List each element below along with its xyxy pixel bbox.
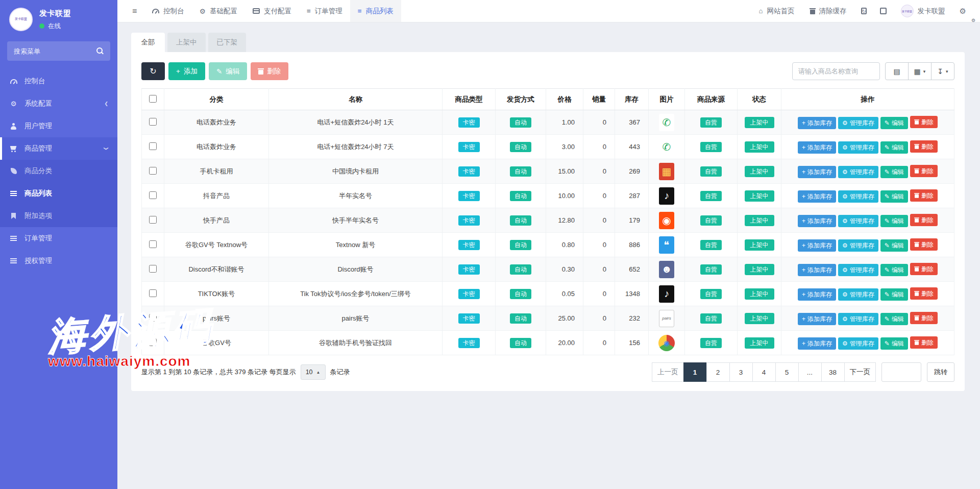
action-delete-button[interactable]: 删除 [910,336,938,349]
topnav-item-base-config[interactable]: ⚙基础配置 [192,0,245,22]
page-button-上一页[interactable]: 上一页 [652,362,684,382]
action-edit-button[interactable]: ✎编辑 [880,141,908,154]
action-add-stock-button[interactable]: +添加库存 [798,239,836,252]
sidebar-subitem[interactable]: 商品分类 [0,160,117,182]
row-checkbox[interactable] [149,167,157,175]
settings-gears-button[interactable]: ⚙ [953,0,973,22]
action-manage-stock-button[interactable]: ⚙管理库存 [838,215,878,227]
refresh-button[interactable]: ↻ [141,62,165,80]
tab-off-shelf[interactable]: 已下架 [208,33,247,52]
action-edit-button[interactable]: ✎编辑 [880,337,908,350]
action-edit-button[interactable]: ✎编辑 [880,166,908,178]
columns-button[interactable]: ▦▾ [908,62,932,80]
delete-button[interactable]: 删除 [251,62,288,80]
action-delete-button[interactable]: 删除 [910,287,938,300]
topnav-item-console[interactable]: 控制台 [144,0,192,22]
action-manage-stock-button[interactable]: ⚙管理库存 [838,117,878,129]
ship-badge: 自动 [510,191,531,201]
action-delete-button[interactable]: 删除 [910,214,938,226]
action-add-stock-button[interactable]: +添加库存 [798,313,836,325]
sidebar-item-4[interactable]: 订单管理 [0,227,117,250]
action-manage-stock-button[interactable]: ⚙管理库存 [838,239,878,252]
action-edit-button[interactable]: ✎编辑 [880,117,908,129]
detail-view-button[interactable]: ▤ [885,62,909,80]
refresh-page-button[interactable] [854,0,873,22]
search-icon[interactable] [96,47,104,55]
sidebar-item-5[interactable]: 授权管理 [0,250,117,272]
action-manage-stock-button[interactable]: ⚙管理库存 [838,313,878,325]
action-manage-stock-button[interactable]: ⚙管理库存 [838,264,878,276]
row-checkbox[interactable] [149,191,157,199]
action-add-stock-button[interactable]: +添加库存 [798,337,836,350]
page-button-1[interactable]: 1 [683,362,707,382]
action-delete-button[interactable]: 删除 [910,140,938,153]
add-button[interactable]: +添加 [168,62,205,80]
action-add-stock-button[interactable]: +添加库存 [798,264,836,276]
action-edit-button[interactable]: ✎编辑 [880,313,908,325]
topnav-item-pay-config[interactable]: 支付配置 [245,0,299,22]
sidebar-item-2[interactable]: 用户管理 [0,115,117,137]
sidebar-search-input[interactable] [14,47,90,55]
row-checkbox[interactable] [149,142,157,150]
action-edit-button[interactable]: ✎编辑 [880,190,908,203]
sidebar-item-3[interactable]: 商品管理❯ [0,137,117,160]
action-delete-button[interactable]: 删除 [910,238,938,251]
action-add-stock-button[interactable]: +添加库存 [798,190,836,203]
action-add-stock-button[interactable]: +添加库存 [798,141,836,154]
page-button-3[interactable]: 3 [729,362,753,382]
action-edit-button[interactable]: ✎编辑 [880,264,908,276]
action-add-stock-button[interactable]: +添加库存 [798,166,836,178]
topnav-item-orders[interactable]: ≡订单管理 [299,0,350,22]
user-menu[interactable]: 发卡联盟 发卡联盟 [893,0,953,22]
sidebar-subitem[interactable]: 附加选项 [0,205,117,227]
sidebar-item-1[interactable]: ⚙系统配置❮ [0,92,117,115]
jump-page-input[interactable] [881,362,921,382]
row-checkbox[interactable] [149,265,157,273]
action-delete-button[interactable]: 删除 [910,116,938,128]
fullscreen-button[interactable] [873,0,893,22]
page-button-38[interactable]: 38 [821,362,845,382]
action-delete-button[interactable]: 删除 [910,189,938,202]
tab-all[interactable]: 全部 [131,33,165,52]
page-button-5[interactable]: 5 [775,362,799,382]
edit-button[interactable]: ✎编辑 [209,62,247,80]
page-button-...[interactable]: ... [798,362,822,382]
action-manage-stock-button[interactable]: ⚙管理库存 [838,288,878,301]
action-edit-button[interactable]: ✎编辑 [880,239,908,252]
site-home-link[interactable]: ⌂网站首页 [751,0,802,22]
action-edit-button[interactable]: ✎编辑 [880,215,908,227]
select-all-checkbox[interactable] [149,95,157,103]
product-search-input[interactable] [792,62,880,80]
action-add-stock-button[interactable]: +添加库存 [798,117,836,129]
action-add-stock-button[interactable]: +添加库存 [798,215,836,227]
row-checkbox[interactable] [149,289,157,297]
page-button-4[interactable]: 4 [752,362,776,382]
sidebar-subitem[interactable]: 商品列表 [0,182,117,205]
sidebar-search[interactable] [7,41,110,61]
row-checkbox[interactable] [149,338,157,346]
action-manage-stock-button[interactable]: ⚙管理库存 [838,190,878,203]
per-page-select[interactable]: 10 ▲ [301,364,326,380]
action-delete-button[interactable]: 删除 [910,263,938,275]
action-edit-button[interactable]: ✎编辑 [880,288,908,301]
row-checkbox[interactable] [149,314,157,322]
type-badge: 卡密 [458,338,480,348]
action-delete-button[interactable]: 删除 [910,312,938,324]
clear-cache-button[interactable]: 清除缓存 [802,0,854,22]
page-button-下一页[interactable]: 下一页 [844,362,876,382]
sidebar-item-0[interactable]: 控制台 [0,70,117,92]
row-checkbox[interactable] [149,240,157,248]
action-manage-stock-button[interactable]: ⚙管理库存 [838,141,878,154]
row-checkbox[interactable] [149,118,157,126]
row-checkbox[interactable] [149,216,157,224]
page-button-2[interactable]: 2 [706,362,730,382]
sidebar-toggle-button[interactable]: ≡ [125,0,144,22]
export-button[interactable]: ↧▾ [931,62,954,80]
action-add-stock-button[interactable]: +添加库存 [798,288,836,301]
action-manage-stock-button[interactable]: ⚙管理库存 [838,337,878,350]
tab-on-shelf[interactable]: 上架中 [167,33,206,52]
jump-button[interactable]: 跳转 [927,362,954,382]
action-delete-button[interactable]: 删除 [910,165,938,177]
action-manage-stock-button[interactable]: ⚙管理库存 [838,166,878,178]
topnav-item-product-list[interactable]: ≡商品列表 [350,0,401,22]
